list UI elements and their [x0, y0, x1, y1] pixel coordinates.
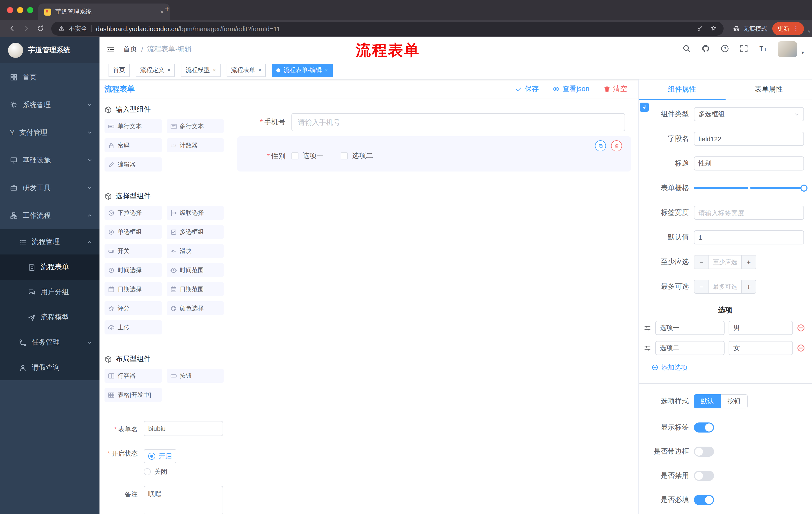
- window-close-button[interactable]: [7, 7, 13, 13]
- user-avatar[interactable]: [778, 41, 797, 57]
- style-default-button[interactable]: 默认: [694, 394, 721, 408]
- sidebar-item-home[interactable]: 首页: [0, 63, 99, 91]
- forward-button[interactable]: [19, 24, 33, 33]
- view-json-button[interactable]: 查看json: [553, 84, 589, 93]
- component-item-cascader[interactable]: 级联选择: [167, 206, 224, 220]
- bookmark-star-icon[interactable]: [710, 25, 717, 32]
- sidebar-item-task-mgmt[interactable]: 任务管理: [0, 330, 99, 355]
- component-item-rate[interactable]: 评分: [105, 301, 162, 315]
- stepper-minus-button[interactable]: −: [694, 255, 709, 269]
- component-item-password[interactable]: 密码: [105, 138, 162, 153]
- security-warning-icon[interactable]: [58, 25, 64, 32]
- component-item-table[interactable]: 表格[开发中]: [105, 388, 162, 402]
- stepper-plus-button[interactable]: +: [741, 255, 756, 269]
- sidebar-item-leave-query[interactable]: 请假查询: [0, 355, 99, 380]
- slider-handle[interactable]: [801, 185, 808, 192]
- tag-close-icon[interactable]: ×: [213, 67, 216, 73]
- remove-option-icon[interactable]: [797, 324, 805, 332]
- tag-process-model[interactable]: 流程模型×: [181, 64, 221, 77]
- tag-close-icon[interactable]: ×: [167, 67, 171, 73]
- remove-option-icon[interactable]: [797, 344, 805, 352]
- reload-button[interactable]: [33, 24, 47, 33]
- delete-widget-button[interactable]: [611, 140, 622, 152]
- component-item-button[interactable]: 按钮: [167, 369, 224, 383]
- drag-handle-icon[interactable]: [644, 344, 651, 352]
- component-item-row-container[interactable]: 行容器: [105, 369, 162, 383]
- option1-value-input[interactable]: [729, 321, 793, 335]
- option1-label-input[interactable]: [655, 321, 725, 335]
- canvas-field-phone[interactable]: 手机号: [237, 113, 625, 131]
- form-name-input[interactable]: [144, 421, 223, 436]
- avatar-caret-icon[interactable]: ▾: [802, 50, 804, 57]
- tag-process-form[interactable]: 流程表单×: [227, 64, 266, 77]
- component-item-color-picker[interactable]: 颜色选择: [167, 301, 224, 315]
- component-item-checkbox-group[interactable]: 多选框组: [167, 225, 224, 239]
- component-item-radio-group[interactable]: 单选框组: [105, 225, 162, 239]
- add-option-button[interactable]: 添加选项: [652, 363, 812, 372]
- sidebar-item-process-form[interactable]: 流程表单: [0, 254, 99, 280]
- drag-handle-icon[interactable]: [644, 324, 651, 332]
- external-link-button[interactable]: [640, 103, 649, 112]
- component-item-textarea[interactable]: 多行文本: [167, 119, 224, 133]
- sidebar-item-system[interactable]: 系统管理: [0, 91, 99, 119]
- component-item-switch[interactable]: 开关: [105, 244, 162, 258]
- back-button[interactable]: [5, 24, 19, 33]
- option2-label-input[interactable]: [655, 341, 725, 355]
- browser-tab[interactable]: 芋道管理系统 ×: [38, 3, 170, 20]
- sidebar-item-infra[interactable]: 基础设施: [0, 146, 99, 174]
- sidebar-item-payment[interactable]: ¥ 支付管理: [0, 119, 99, 146]
- window-minimize-button[interactable]: [17, 7, 23, 13]
- tag-process-form-edit[interactable]: 流程表单-编辑×: [272, 64, 332, 77]
- component-item-counter[interactable]: 123计数器: [167, 138, 224, 153]
- phone-input[interactable]: [291, 113, 625, 131]
- show-label-toggle[interactable]: [694, 423, 714, 433]
- sidebar-item-process-model[interactable]: 流程模型: [0, 305, 99, 330]
- sidebar-logo[interactable]: 芋道管理系统: [0, 37, 99, 63]
- component-item-editor[interactable]: 编辑器: [105, 157, 162, 171]
- min-select-value[interactable]: 至少应选: [709, 255, 741, 269]
- component-item-upload[interactable]: 上传: [105, 320, 162, 334]
- font-size-icon[interactable]: TT: [759, 44, 767, 54]
- new-tab-button[interactable]: +: [165, 4, 170, 13]
- help-question-icon[interactable]: ?: [721, 44, 729, 54]
- github-icon[interactable]: [701, 44, 710, 54]
- max-select-value[interactable]: 最多可选: [709, 280, 741, 293]
- fullscreen-icon[interactable]: [740, 44, 748, 54]
- breadcrumb-home-link[interactable]: 首页: [123, 45, 137, 54]
- status-radio-off[interactable]: 关闭: [144, 467, 167, 476]
- component-item-single-text[interactable]: 单行文本: [105, 119, 162, 133]
- label-width-input[interactable]: [694, 206, 804, 220]
- toolbar-overflow-chevron-icon[interactable]: ˅: [808, 29, 811, 34]
- component-item-slider[interactable]: 滑块: [167, 244, 224, 258]
- save-button[interactable]: 保存: [515, 84, 539, 93]
- duplicate-widget-button[interactable]: [595, 140, 606, 152]
- component-item-time-range[interactable]: 时间范围: [167, 263, 224, 277]
- browser-menu-dots-icon[interactable]: ⋮: [793, 25, 799, 32]
- gender-checkbox-option2[interactable]: 选项二: [341, 152, 373, 160]
- tab-form-props[interactable]: 表单属性: [725, 79, 812, 100]
- sidebar-item-user-group[interactable]: 用户分组: [0, 280, 99, 305]
- stepper-plus-button[interactable]: +: [741, 280, 756, 293]
- component-item-select[interactable]: 下拉选择: [105, 206, 162, 220]
- component-item-date-picker[interactable]: 日期选择: [105, 282, 162, 296]
- stepper-minus-button[interactable]: −: [694, 280, 709, 293]
- component-item-date-range[interactable]: 日期范围: [167, 282, 224, 296]
- border-toggle[interactable]: [694, 447, 714, 457]
- browser-update-button[interactable]: 更新 ⋮: [772, 22, 804, 35]
- clear-button[interactable]: 清空: [604, 84, 627, 93]
- status-radio-on[interactable]: 开启: [144, 449, 176, 463]
- grid-slider[interactable]: [694, 181, 804, 195]
- tag-process-definition[interactable]: 流程定义×: [136, 64, 175, 77]
- gender-checkbox-option1[interactable]: 选项一: [291, 152, 324, 160]
- title-input[interactable]: [694, 156, 804, 170]
- search-icon[interactable]: [683, 44, 691, 54]
- option2-value-input[interactable]: [729, 341, 793, 355]
- required-toggle[interactable]: [694, 495, 714, 505]
- sidebar-item-devtools[interactable]: 研发工具: [0, 174, 99, 202]
- tab-component-props[interactable]: 组件属性: [639, 79, 725, 100]
- sidebar-item-workflow[interactable]: 工作流程: [0, 202, 99, 229]
- canvas-field-gender-selected[interactable]: 性别 选项一 选项二: [237, 136, 631, 171]
- tag-close-icon[interactable]: ×: [258, 67, 262, 73]
- field-name-input[interactable]: [694, 132, 804, 146]
- address-bar[interactable]: 不安全 dashboard.yudao.iocoder.cn/bpm/manag…: [51, 22, 724, 36]
